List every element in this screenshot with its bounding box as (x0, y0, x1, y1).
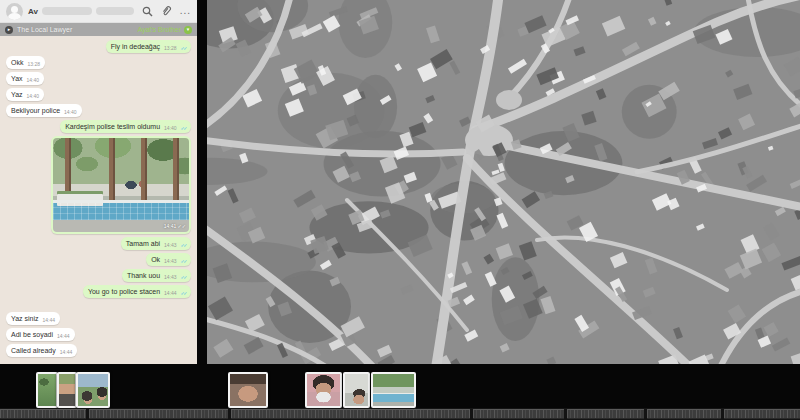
message-time: 14:43 (164, 258, 177, 264)
message-text: Yaz siniz (11, 315, 39, 323)
ruler-segment[interactable] (724, 409, 800, 419)
timeline-thumbnail-two-people-selfie[interactable] (76, 372, 110, 408)
message-text: Yax (11, 75, 23, 83)
ruler-segment[interactable] (89, 409, 228, 419)
message-text: Tamam abi (126, 240, 160, 248)
read-checks-icon: ✓✓ (181, 242, 186, 248)
message-bubble[interactable]: You go to police stacen14:44✓✓ (83, 285, 191, 298)
image-message-bubble[interactable]: 14:41 ✓✓ (51, 136, 191, 234)
message-time: 14:43 (164, 242, 177, 248)
satellite-map[interactable] (207, 0, 800, 364)
message-text: Ok (151, 256, 160, 264)
message-bubble[interactable]: Tamam abi14:43✓✓ (121, 237, 191, 250)
ruler-segment[interactable] (0, 409, 86, 419)
message-time: 14:43 (164, 274, 177, 280)
timeline-thumbnail-pale-selfie-clip[interactable] (343, 372, 370, 408)
message-time: 14:40 (64, 109, 77, 115)
timeline-thumbnail-man-portrait-clip[interactable] (57, 372, 77, 408)
message-time: 14:44 (43, 317, 56, 323)
message-text: Called already (11, 347, 56, 355)
satellite-map-image (207, 0, 800, 364)
message-text: Bekliyour police (11, 107, 60, 115)
ruler-segment[interactable] (647, 409, 721, 419)
message-bubble[interactable]: Called already14:44 (6, 344, 77, 357)
message-bubble[interactable]: Ok14:43✓✓ (146, 253, 191, 266)
message-bubble[interactable]: Fly in dedeağaç13:28✓✓ (106, 40, 191, 53)
message-bubble[interactable]: Thank uou14:43✓✓ (122, 269, 191, 282)
read-checks-icon: ✓✓ (181, 274, 186, 280)
chat-panel: Av ... ▸ The Local Lawyer Ayat's Brother… (0, 0, 197, 364)
contact-name: Av (28, 7, 38, 16)
photo-foliage (53, 138, 189, 188)
message-bubble[interactable]: Okk13:28 (6, 56, 45, 69)
message-bubble[interactable]: Bekliyour police14:40 (6, 104, 82, 117)
read-checks-icon: ✓✓ (181, 290, 186, 296)
search-icon[interactable] (142, 6, 153, 17)
message-bubble[interactable]: Adi be soyadi14:44 (6, 328, 75, 341)
timeline-thumbnail-woman-mask-clip[interactable] (305, 372, 342, 408)
message-list[interactable]: Fly in dedeağaç13:28✓✓Okk13:28Yax14:40Ya… (0, 36, 197, 364)
speaker-right-icon: ▾ (184, 26, 192, 34)
ruler-segment[interactable] (567, 409, 644, 419)
chat-topbar: Av ... (0, 0, 197, 23)
redacted-name-blur (42, 7, 92, 15)
ruler-segment[interactable] (473, 409, 564, 419)
message-time: 14:44 (164, 290, 177, 296)
contact-avatar[interactable] (6, 3, 23, 20)
read-checks-icon: ✓✓ (181, 125, 186, 131)
message-text: Adi be soyadi (11, 331, 53, 339)
message-time: 13:28 (27, 61, 40, 67)
message-time: 14:44 (60, 349, 73, 355)
annotation-titlebar: ▸ The Local Lawyer Ayat's Brother ▾ (0, 23, 197, 36)
read-checks-icon: ✓✓ (181, 258, 186, 264)
timeline-thumbnail-pool-clip[interactable] (371, 372, 416, 408)
message-time: 14:40 (27, 93, 40, 99)
photo-pool-tiles (53, 203, 189, 220)
chat-photo-pool-scene[interactable]: 14:41 ✓✓ (53, 138, 189, 232)
timeline-thumbnail-trees-clip[interactable] (36, 372, 58, 408)
message-bubble[interactable]: Kardeşim polise teslim oldumu14:40✓✓ (60, 120, 191, 133)
photo-post (65, 138, 71, 200)
timeline-thumbnail-woman-face-clip[interactable] (228, 372, 268, 408)
speaker-left-icon: ▸ (5, 26, 13, 34)
message-bubble[interactable]: Yax14:40 (6, 72, 44, 85)
message-time: 14:41 ✓✓ (164, 222, 186, 230)
message-text: Yaz (11, 91, 23, 99)
photo-post (109, 138, 115, 200)
message-text: Thank uou (127, 272, 160, 280)
photo-post (141, 138, 147, 200)
menu-dots-icon[interactable]: ... (180, 6, 191, 16)
timeline-ruler[interactable] (0, 408, 800, 420)
message-bubble[interactable]: Yaz14:40 (6, 88, 44, 101)
photo-post (173, 138, 179, 200)
speaker-right-label: Ayat's Brother (137, 26, 181, 33)
message-time: 14:44 (57, 333, 70, 339)
message-time: 14:40 (164, 125, 177, 131)
ruler-segment[interactable] (231, 409, 470, 419)
redacted-name-blur (96, 7, 134, 15)
message-time: 14:40 (27, 77, 40, 83)
message-text: Kardeşim polise teslim oldumu (65, 123, 160, 131)
read-checks-icon: ✓✓ (181, 45, 186, 51)
message-text: You go to police stacen (88, 288, 160, 296)
message-text: Okk (11, 59, 23, 67)
speaker-left-label: The Local Lawyer (17, 26, 72, 33)
message-time: 13:28 (164, 45, 177, 51)
message-bubble[interactable]: Yaz siniz14:44 (6, 312, 60, 325)
message-text: Fly in dedeağaç (111, 43, 160, 51)
attach-icon[interactable] (161, 5, 172, 17)
